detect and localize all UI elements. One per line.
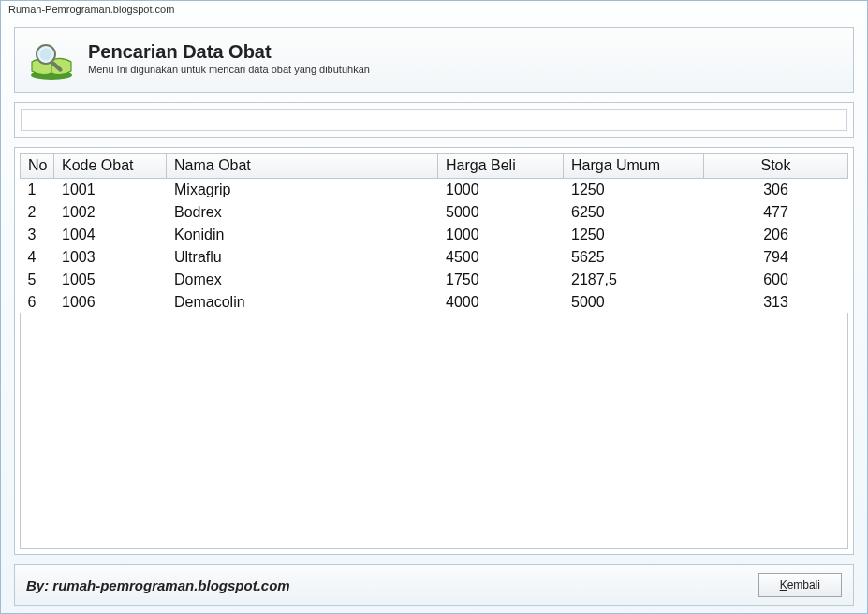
footer-panel: By: rumah-pemrograman.blogspot.com Kemba… [14,564,854,606]
table-empty-area [20,313,848,549]
table-row[interactable]: 21002Bodrex50006250477 [21,201,848,224]
search-panel [14,102,854,138]
cell-nama: Demacolin [167,291,438,314]
cell-no: 1 [21,179,54,202]
cell-kode: 1001 [54,179,167,202]
cell-nama: Konidin [167,224,438,246]
cell-beli: 1000 [438,179,564,202]
cell-no: 6 [21,291,54,314]
cell-no: 5 [21,269,54,291]
cell-stok: 306 [704,179,848,202]
table-row[interactable]: 41003Ultraflu45005625794 [21,246,848,269]
cell-stok: 600 [704,269,848,291]
col-header-stok[interactable]: Stok [704,154,848,179]
search-book-icon [26,36,77,80]
table-row[interactable]: 31004Konidin10001250206 [21,224,848,246]
cell-umum: 2187,5 [564,269,704,291]
cell-beli: 5000 [438,201,564,224]
col-header-no[interactable]: No [21,154,54,179]
app-window: Rumah-Pemrograman.blogspot.com Pencarian… [0,0,868,614]
cell-no: 4 [21,246,54,269]
cell-kode: 1006 [54,291,167,314]
window-titlebar: Rumah-Pemrograman.blogspot.com [1,1,867,22]
cell-beli: 4500 [438,246,564,269]
page-title: Pencarian Data Obat [88,41,370,63]
table-panel: No Kode Obat Nama Obat Harga Beli Harga … [14,147,854,555]
col-header-nama[interactable]: Nama Obat [167,154,438,179]
cell-kode: 1005 [54,269,167,291]
table-row[interactable]: 61006Demacolin40005000313 [21,291,848,314]
table-header-row: No Kode Obat Nama Obat Harga Beli Harga … [21,154,848,179]
cell-umum: 5000 [564,291,704,314]
cell-no: 3 [21,224,54,246]
back-button[interactable]: Kembali [758,573,842,597]
cell-nama: Mixagrip [167,179,438,202]
cell-stok: 206 [704,224,848,246]
col-header-umum[interactable]: Harga Umum [564,154,704,179]
col-header-beli[interactable]: Harga Beli [438,154,564,179]
back-button-accelerator: K [780,578,787,592]
cell-no: 2 [21,201,54,224]
cell-stok: 794 [704,246,848,269]
footer-credit: By: rumah-pemrograman.blogspot.com [26,577,290,593]
cell-stok: 477 [704,201,848,224]
cell-beli: 4000 [438,291,564,314]
cell-umum: 5625 [564,246,704,269]
back-button-rest: embali [787,578,820,592]
cell-beli: 1000 [438,224,564,246]
cell-kode: 1002 [54,201,167,224]
table-row[interactable]: 51005Domex17502187,5600 [21,269,848,291]
cell-nama: Domex [167,269,438,291]
obat-table: No Kode Obat Nama Obat Harga Beli Harga … [20,153,848,314]
cell-kode: 1003 [54,246,167,269]
table-row[interactable]: 11001Mixagrip10001250306 [21,179,848,202]
cell-stok: 313 [704,291,848,314]
window-title: Rumah-Pemrograman.blogspot.com [8,4,174,15]
cell-umum: 1250 [564,224,704,246]
col-header-kode[interactable]: Kode Obat [54,154,167,179]
cell-umum: 1250 [564,179,704,202]
svg-point-2 [40,49,52,61]
content-area: Pencarian Data Obat Menu Ini digunakan u… [1,22,867,613]
cell-kode: 1004 [54,224,167,246]
search-input[interactable] [21,109,847,131]
header-panel: Pencarian Data Obat Menu Ini digunakan u… [14,27,854,93]
cell-nama: Ultraflu [167,246,438,269]
header-text-block: Pencarian Data Obat Menu Ini digunakan u… [88,41,370,75]
page-subtitle: Menu Ini digunakan untuk mencari data ob… [88,64,370,75]
cell-umum: 6250 [564,201,704,224]
cell-beli: 1750 [438,269,564,291]
cell-nama: Bodrex [167,201,438,224]
